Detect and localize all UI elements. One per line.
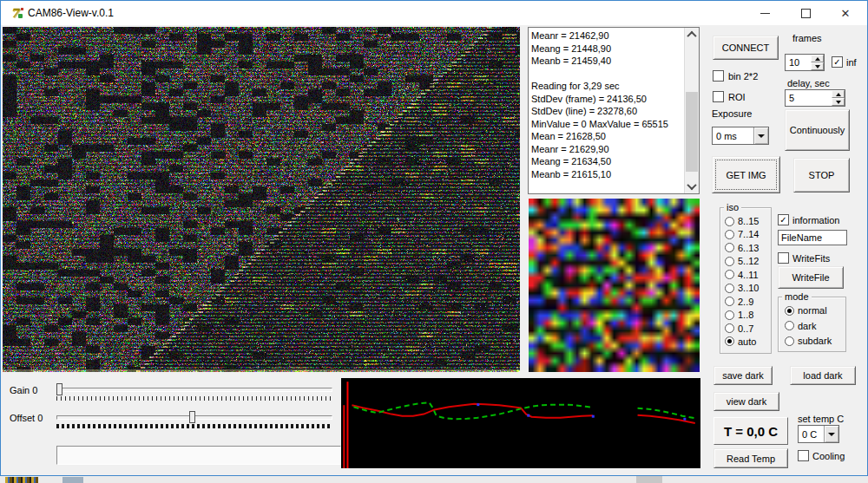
scroll-down-button[interactable]	[685, 179, 699, 193]
bin2x2-label: bin 2*2	[728, 71, 758, 82]
delay-down-button[interactable]	[832, 98, 845, 106]
offset-slider-thumb[interactable]	[189, 411, 195, 423]
application-window: 7 CAM86-View-v.0.1 ✕ Meanr = 21462,90 Me…	[0, 0, 868, 483]
delay-label: delay, sec	[787, 78, 830, 88]
gain-slider-thumb[interactable]	[56, 383, 62, 395]
connect-button[interactable]: CONNECT	[713, 36, 779, 60]
scroll-up-button[interactable]	[685, 28, 699, 42]
app-icon: 7	[10, 6, 23, 20]
mode-group-label: mode	[782, 291, 812, 302]
frames-value: 10	[786, 55, 811, 70]
writefits-checkbox[interactable]	[778, 252, 789, 264]
log-line: Meang = 21448,90	[531, 42, 683, 55]
iso-option-0-7[interactable]: 0..7	[725, 323, 769, 334]
taskbar-fragment	[636, 476, 662, 483]
profile-graph	[341, 378, 700, 468]
radio-icon	[725, 230, 734, 239]
frames-spinner[interactable]: 10	[785, 54, 825, 71]
iso-option-6-13[interactable]: 6..13	[725, 243, 769, 253]
radio-icon	[725, 284, 734, 293]
iso-option-auto[interactable]: auto	[725, 336, 769, 347]
offset-label: Offset 0	[10, 413, 43, 423]
progress-bar	[56, 446, 341, 465]
minimize-button[interactable]	[746, 1, 784, 25]
roi-label: ROI	[728, 92, 746, 102]
inf-checkbox[interactable]	[832, 56, 843, 68]
frames-up-button[interactable]	[811, 55, 824, 62]
bin2x2-checkbox[interactable]	[713, 70, 724, 82]
continuously-button[interactable]: Continuously	[785, 109, 850, 151]
iso-option-5-12[interactable]: 5..12	[725, 256, 769, 266]
scroll-up-icon	[687, 31, 696, 41]
iso-option-4-11[interactable]: 4..11	[725, 270, 769, 280]
get-img-button[interactable]: GET IMG	[712, 156, 780, 193]
up-arrow-icon	[836, 93, 841, 96]
radio-icon	[725, 336, 734, 346]
delay-value: 5	[786, 90, 832, 106]
log-output[interactable]: Meanr = 21462,90 Meang = 21448,90 Meanb …	[528, 27, 700, 194]
writefile-button[interactable]: WriteFile	[778, 266, 844, 289]
gain-slider-track[interactable]	[56, 388, 332, 392]
log-line	[531, 68, 683, 81]
frames-label: frames	[792, 33, 822, 43]
scroll-down-icon	[687, 180, 696, 190]
load-dark-button[interactable]: load dark	[790, 366, 856, 385]
stop-button[interactable]: STOP	[793, 158, 850, 193]
save-dark-button[interactable]: save dark	[713, 366, 773, 385]
iso-option-2-9[interactable]: 2..9	[725, 297, 769, 307]
titlebar[interactable]: 7 CAM86-View-v.0.1 ✕	[1, 1, 867, 25]
mode-option-dark[interactable]: dark	[785, 321, 844, 331]
down-arrow-icon	[815, 65, 820, 69]
radio-icon	[785, 321, 794, 330]
maximize-button[interactable]	[786, 1, 825, 25]
roi-checkbox[interactable]	[713, 91, 724, 102]
delay-up-button[interactable]	[832, 90, 845, 98]
iso-group-label: iso	[724, 202, 741, 212]
information-checkbox[interactable]	[778, 214, 789, 225]
scrollbar-thumb[interactable]	[686, 92, 698, 172]
read-temp-button[interactable]: Read Temp	[713, 448, 788, 468]
exposure-label: Exposure	[712, 108, 752, 119]
radio-icon	[725, 310, 734, 320]
exposure-dropdown[interactable]: 0 ms	[712, 127, 769, 145]
set-temp-label: set temp C	[798, 414, 844, 424]
iso-option-7-14[interactable]: 7..14	[725, 229, 769, 239]
log-line: Meanr = 21629,90	[531, 143, 683, 156]
log-line: Mean = 21628,50	[531, 130, 683, 143]
offset-slider-track[interactable]	[56, 415, 332, 420]
log-text: Meanr = 21462,90 Meang = 21448,90 Meanb …	[531, 29, 683, 193]
pixel-preview-image	[529, 199, 700, 372]
log-line: Reading for 3,29 sec	[531, 80, 683, 93]
log-scrollbar[interactable]	[684, 28, 699, 193]
writefits-label: WriteFits	[792, 253, 830, 264]
down-arrow-icon	[836, 101, 841, 104]
set-temp-dropdown[interactable]: 0 C	[798, 425, 839, 443]
taskbar-fragment	[62, 477, 83, 483]
exposure-drop-button[interactable]	[753, 127, 768, 144]
inf-label: inf	[846, 57, 857, 68]
delay-spinner[interactable]: 5	[785, 89, 845, 107]
gain-slider-ticks	[56, 396, 331, 401]
mode-groupbox: mode normal dark subdark	[778, 297, 846, 352]
dropdown-arrow-icon	[828, 433, 835, 436]
maximize-icon	[801, 9, 811, 18]
information-label: information	[792, 215, 839, 225]
iso-groupbox: iso 8..15 7..14 6..13 5..12 4..11 3..10 …	[720, 207, 772, 354]
window-title: CAM86-View-v.0.1	[28, 7, 114, 19]
sensor-image[interactable]	[3, 27, 520, 372]
frames-down-button[interactable]	[811, 62, 824, 70]
offset-slider-ticks	[56, 424, 331, 428]
mode-option-normal[interactable]: normal	[785, 305, 844, 316]
log-line: Meanb = 21615,10	[531, 168, 683, 181]
cooling-checkbox[interactable]	[798, 450, 809, 461]
close-button[interactable]: ✕	[826, 1, 865, 25]
view-dark-button[interactable]: view dark	[713, 392, 779, 411]
iso-option-8-15[interactable]: 8..15	[725, 216, 769, 226]
radio-icon	[725, 323, 734, 333]
iso-option-1-8[interactable]: 1..8	[725, 310, 769, 320]
taskbar-icon-fragment	[5, 477, 38, 483]
filename-field[interactable]: FileName	[778, 230, 847, 245]
set-temp-drop-button[interactable]	[824, 426, 838, 442]
iso-option-3-10[interactable]: 3..10	[725, 283, 769, 293]
mode-option-subdark[interactable]: subdark	[785, 336, 844, 346]
